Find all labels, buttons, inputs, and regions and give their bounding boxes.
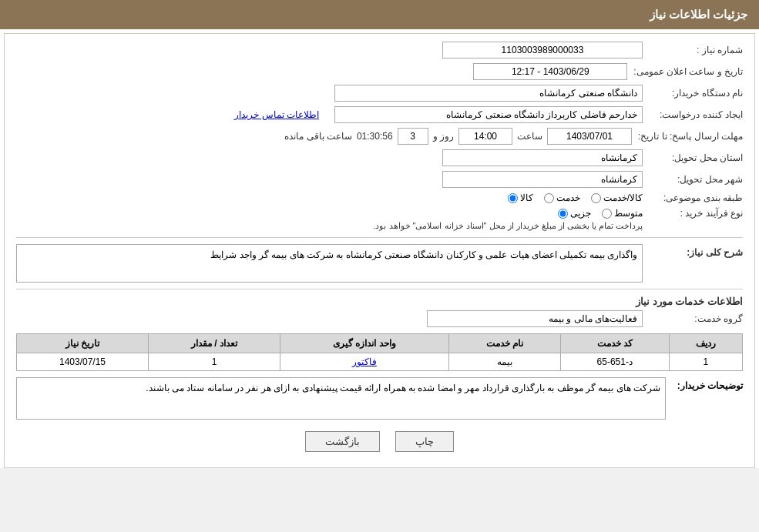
- cell-name: بیمه: [448, 353, 560, 371]
- contact-link[interactable]: اطلاعات تماس خریدار: [234, 109, 319, 120]
- category-radio-kala-khedmat[interactable]: کالا/خدمت: [591, 192, 643, 203]
- delivery-province-label: استان محل تحویل:: [643, 152, 743, 163]
- general-desc-box: واگذاری بیمه تکمیلی اعضای هیات علمی و کا…: [16, 244, 643, 283]
- cell-unit[interactable]: فاکتور: [280, 353, 448, 371]
- reply-days-label: روز و: [433, 131, 454, 142]
- category-label: طبقه بندی موضوعی:: [643, 192, 743, 203]
- col-unit: واحد اندازه گیری: [280, 334, 448, 353]
- process-label: نوع فرآیند خرید :: [643, 208, 743, 219]
- table-row: 1 د-651-65 بیمه فاکتور 1 1403/07/15: [17, 353, 743, 371]
- category-radio-kala[interactable]: کالا: [508, 192, 533, 203]
- services-section-title: اطلاعات خدمات مورد نیاز: [16, 296, 743, 307]
- service-group-label: گروه خدمت:: [643, 313, 743, 324]
- col-date: تاریخ نیاز: [17, 334, 149, 353]
- general-desc-label: شرح کلی نیاز:: [643, 244, 743, 258]
- announce-date-label: تاریخ و ساعت اعلان عمومی:: [627, 66, 743, 77]
- back-button[interactable]: بازگشت: [305, 431, 380, 452]
- buyer-name-input: [334, 85, 643, 102]
- general-desc-value: واگذاری بیمه تکمیلی اعضای هیات علمی و کا…: [210, 249, 637, 260]
- process-radio-group: متوسط جزیی: [373, 208, 643, 219]
- buyer-notes-value: شرکت های بیمه گر موظف به بارگذاری قراردا…: [146, 383, 660, 393]
- radio-motavasset-label: متوسط: [614, 208, 643, 219]
- process-note: پرداخت تمام یا بخشی از مبلغ خریدار از مح…: [373, 221, 643, 231]
- cell-row: 1: [669, 353, 742, 371]
- announce-date-input: [473, 63, 627, 80]
- page-header: جزئیات اطلاعات نیاز: [0, 0, 759, 29]
- buyer-notes-label: توضیحات خریدار:: [666, 377, 743, 391]
- buyer-notes-box: شرکت های بیمه گر موظف به بارگذاری قراردا…: [16, 377, 666, 420]
- creator-label: ایجاد کننده درخواست:: [643, 109, 743, 120]
- delivery-province-input: [442, 149, 643, 166]
- cell-date: 1403/07/15: [17, 353, 149, 371]
- radio-jozi-label: جزیی: [570, 208, 591, 219]
- category-radio-khedmat[interactable]: خدمت: [544, 192, 580, 203]
- reply-days-input: [398, 128, 428, 145]
- buyer-name-label: نام دستگاه خریدار:: [643, 88, 743, 99]
- cell-code: د-651-65: [560, 353, 669, 371]
- page-title: جزئیات اطلاعات نیاز: [650, 8, 747, 21]
- radio-kala-khedmat-label: کالا/خدمت: [603, 192, 643, 203]
- creator-input: [334, 106, 643, 123]
- process-radio-jozi[interactable]: جزیی: [558, 208, 591, 219]
- radio-kala-label: کالا: [520, 192, 533, 203]
- delivery-city-input: [442, 171, 643, 188]
- need-number-input: [442, 42, 643, 59]
- services-table-section: ردیف کد خدمت نام خدمت واحد اندازه گیری ت…: [16, 333, 743, 371]
- reply-time-input: [458, 128, 512, 145]
- buyer-notes-section: توضیحات خریدار: شرکت های بیمه گر موظف به…: [16, 377, 743, 420]
- services-table: ردیف کد خدمت نام خدمت واحد اندازه گیری ت…: [16, 333, 743, 371]
- cell-quantity: 1: [149, 353, 280, 371]
- col-name: نام خدمت: [448, 334, 560, 353]
- process-radio-motavasset[interactable]: متوسط: [602, 208, 643, 219]
- remaining-time-value: 01:30:56: [357, 131, 393, 142]
- remaining-label: ساعت باقی مانده: [284, 131, 352, 142]
- need-number-label: شماره نیاز :: [643, 45, 743, 55]
- print-button[interactable]: چاپ: [395, 431, 454, 452]
- col-row: ردیف: [669, 334, 742, 353]
- radio-khedmat-label: خدمت: [556, 192, 580, 203]
- service-group-input: [427, 310, 643, 327]
- action-buttons: چاپ بازگشت: [16, 431, 743, 452]
- delivery-city-label: شهر محل تحویل:: [643, 174, 743, 185]
- reply-date-input: [547, 128, 632, 145]
- col-quantity: تعداد / مقدار: [149, 334, 280, 353]
- category-radio-group: کالا/خدمت خدمت کالا: [508, 192, 643, 203]
- col-code: کد خدمت: [560, 334, 669, 353]
- reply-time-label: ساعت: [517, 131, 542, 142]
- reply-deadline-label: مهلت ارسال پاسخ: تا تاریخ:: [632, 131, 743, 142]
